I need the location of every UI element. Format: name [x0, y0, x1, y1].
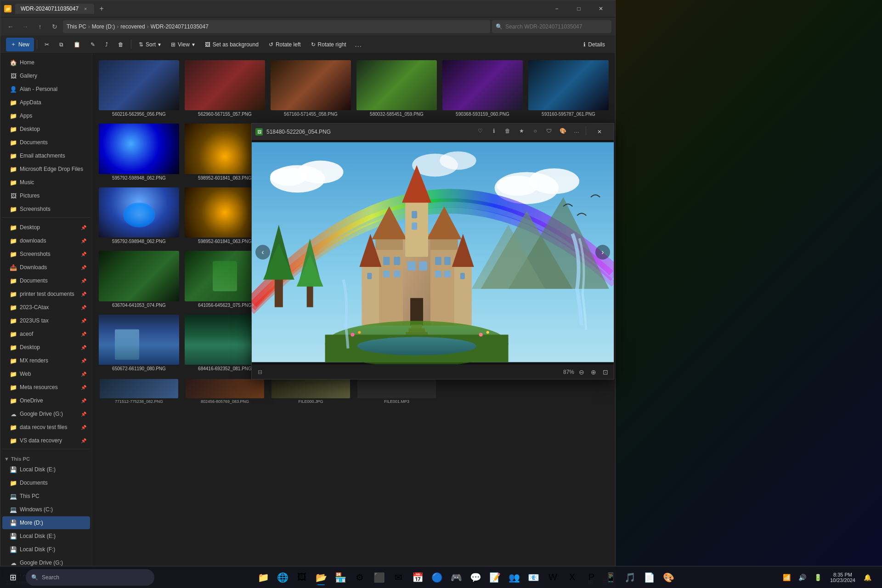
sidebar-item-screenshots[interactable]: 📁 Screenshots	[2, 203, 90, 215]
sidebar-item-downloads2[interactable]: 📥 Downloads 📌	[2, 261, 90, 274]
taskbar-app-chrome[interactable]: 🔵	[428, 568, 446, 587]
sidebar-item-edge-drop[interactable]: 📁 Microsoft Edge Drop Files	[2, 163, 90, 175]
sidebar-item-meta[interactable]: 📁 Meta resources 📌	[2, 381, 90, 394]
zoom-out-button[interactable]: ⊖	[577, 368, 586, 377]
sidebar-item-desktop2[interactable]: 📁 Desktop 📌	[2, 221, 90, 234]
window-close-button[interactable]: ✕	[590, 1, 611, 16]
sidebar-item-documents3[interactable]: 📁 Documents	[2, 476, 90, 489]
viewer-info-button[interactable]: ℹ	[487, 124, 500, 137]
view-button[interactable]: ⊞ View ▾	[166, 38, 199, 51]
list-item[interactable]: 593160-595787_061.PNG	[527, 59, 610, 119]
delete-button[interactable]: 🗑	[113, 38, 128, 51]
taskbar-app-mail[interactable]: ✉	[389, 568, 407, 587]
sidebar-item-googledrive[interactable]: ☁ Google Drive (G:) 📌	[2, 407, 90, 420]
sidebar-item-onedrive[interactable]: 📁 OneDrive 📌	[2, 394, 90, 407]
tray-network[interactable]: 📶	[780, 569, 794, 586]
sidebar-item-localE[interactable]: 💾 Local Disk (E:)	[2, 463, 90, 476]
sidebar-item-email[interactable]: 📁 Email attachments	[2, 149, 90, 162]
sidebar-item-mxrenders[interactable]: 📁 MX renders 📌	[2, 354, 90, 367]
taskbar-app-edge[interactable]: 🌐	[273, 568, 292, 587]
sidebar-item-localE2[interactable]: 💾 Local Disk (E:)	[2, 530, 90, 543]
title-tab[interactable]: WDR-20240711035047 ×	[15, 4, 94, 14]
address-search-bar[interactable]: 🔍	[492, 20, 611, 33]
taskbar-app-spotify[interactable]: 🎵	[621, 568, 639, 587]
taskbar-app-terminal[interactable]: ⬛	[370, 568, 388, 587]
next-image-button[interactable]: ›	[595, 245, 610, 260]
sidebar-item-printer[interactable]: 📁 printer test documents 📌	[2, 288, 90, 300]
viewer-more-button[interactable]: …	[570, 124, 583, 137]
taskbar-app-notepad[interactable]: 📄	[640, 568, 658, 587]
breadcrumb-thispc[interactable]: This PC	[67, 23, 86, 30]
list-item[interactable]: 562960-567155_057.PNG	[184, 59, 266, 119]
list-item[interactable]: 567160-571455_058.PNG	[270, 59, 352, 119]
sidebar-item-datarecov[interactable]: 📁 data recov test files 📌	[2, 421, 90, 434]
taskbar-app-whatsapp[interactable]: 📱	[601, 568, 620, 587]
breadcrumb-mored[interactable]: More (D:)	[92, 23, 115, 30]
viewer-palette-button[interactable]: 🎨	[556, 124, 569, 137]
new-tab-button[interactable]: +	[96, 3, 107, 14]
sidebar-item-appdata[interactable]: 📁 AppData	[2, 96, 90, 109]
sidebar-item-documents2[interactable]: 📁 Documents 📌	[2, 274, 90, 287]
minimize-button[interactable]: −	[546, 1, 567, 16]
prev-image-button[interactable]: ‹	[255, 245, 270, 260]
details-button[interactable]: ℹ Details	[579, 38, 610, 51]
sidebar-item-vsdata[interactable]: 📁 VS data recovery 📌	[2, 434, 90, 447]
sidebar-item-home[interactable]: 🏠 Home	[2, 56, 90, 69]
taskbar-app-photos[interactable]: 🖼	[293, 568, 311, 587]
back-button[interactable]: ←	[4, 20, 17, 33]
sidebar-item-aceof[interactable]: 📁 aceof 📌	[2, 328, 90, 340]
taskbar-app-word[interactable]: W	[543, 568, 562, 587]
taskbar-app-store[interactable]: 🏪	[331, 568, 350, 587]
forward-button[interactable]: →	[19, 20, 32, 33]
sidebar-item-alan[interactable]: 👤 Alan - Personal	[2, 83, 90, 96]
close-tab-button[interactable]: ×	[82, 6, 89, 12]
set-background-button[interactable]: 🖼 Set as background	[200, 38, 263, 51]
rename-button[interactable]: ✎	[86, 38, 100, 51]
sidebar-item-moreD[interactable]: 💾 More (D:)	[2, 516, 90, 529]
list-item[interactable]: 595792-598948_062.PNG	[98, 187, 180, 246]
viewer-shield-button[interactable]: 🛡	[543, 124, 555, 137]
breadcrumb-folder[interactable]: WDR-20240711035047	[151, 23, 209, 30]
zoom-in-button[interactable]: ⊕	[589, 368, 598, 377]
sidebar-item-web[interactable]: 📁 Web 📌	[2, 368, 90, 380]
up-button[interactable]: ↑	[34, 20, 46, 33]
sidebar-item-documents1[interactable]: 📁 Documents	[2, 136, 90, 149]
sidebar-item-localF[interactable]: 💾 Local Disk (F:)	[2, 543, 90, 556]
taskbar-app-files[interactable]: 📂	[312, 568, 330, 587]
taskbar-app-teams[interactable]: 👥	[505, 568, 523, 587]
sidebar-item-2023ustax[interactable]: 📁 2023US tax 📌	[2, 314, 90, 327]
cut-button[interactable]: ✂	[40, 38, 54, 51]
sidebar-item-apps[interactable]: 📁 Apps	[2, 109, 90, 122]
sidebar-item-downloads[interactable]: 📁 downloads 📌	[2, 234, 90, 247]
breadcrumb[interactable]: This PC › More (D:) › recovered › WDR-20…	[63, 20, 490, 33]
sidebar-item-gallery[interactable]: 🖼 Gallery	[2, 69, 90, 82]
list-item[interactable]: FILE000.JPG	[270, 377, 352, 406]
breadcrumb-recovered[interactable]: recovered	[120, 23, 145, 30]
taskbar-app-ppt[interactable]: P	[582, 568, 600, 587]
list-item[interactable]: 595792-598948_062.PNG	[98, 123, 180, 182]
list-item[interactable]: FILE001.MP3	[356, 377, 438, 406]
sort-button[interactable]: ⇅ Sort ▾	[134, 38, 165, 51]
new-button[interactable]: ＋ New	[6, 38, 34, 51]
sidebar-item-windowsC[interactable]: 💻 Windows (C:)	[2, 503, 90, 516]
tray-notification[interactable]: 🔔	[860, 569, 875, 586]
sidebar-item-2023catax[interactable]: 📁 2023-CAtax 📌	[2, 301, 90, 314]
taskbar-app-explorer[interactable]: 📁	[254, 568, 272, 587]
list-item[interactable]: 802456-805769_083.PNG	[184, 377, 266, 406]
taskbar-app-calendar[interactable]: 📅	[408, 568, 427, 587]
more-options-button[interactable]: …	[352, 40, 365, 49]
list-item[interactable]: 580032-585451_059.PNG	[356, 59, 438, 119]
taskbar-app-vscode[interactable]: 📝	[486, 568, 504, 587]
viewer-circle-button[interactable]: ○	[529, 124, 542, 137]
list-item[interactable]: 590368-593159_060.PNG	[441, 59, 524, 119]
paste-button[interactable]: 📋	[69, 38, 85, 51]
list-item[interactable]: 636704-641053_074.PNG	[98, 250, 180, 310]
list-item[interactable]: 560216-562956_056.PNG	[98, 59, 180, 119]
viewer-star-button[interactable]: ★	[515, 124, 528, 137]
sidebar-item-desktop3[interactable]: 📁 Desktop 📌	[2, 341, 90, 354]
viewer-close-button[interactable]: ✕	[589, 124, 610, 139]
list-item[interactable]: 771512-775238_082.PNG	[98, 377, 180, 406]
list-item[interactable]: 650672-661190_080.PNG	[98, 314, 180, 373]
taskbar-app-outlook[interactable]: 📧	[524, 568, 543, 587]
taskbar-app-settings[interactable]: ⚙	[351, 568, 369, 587]
